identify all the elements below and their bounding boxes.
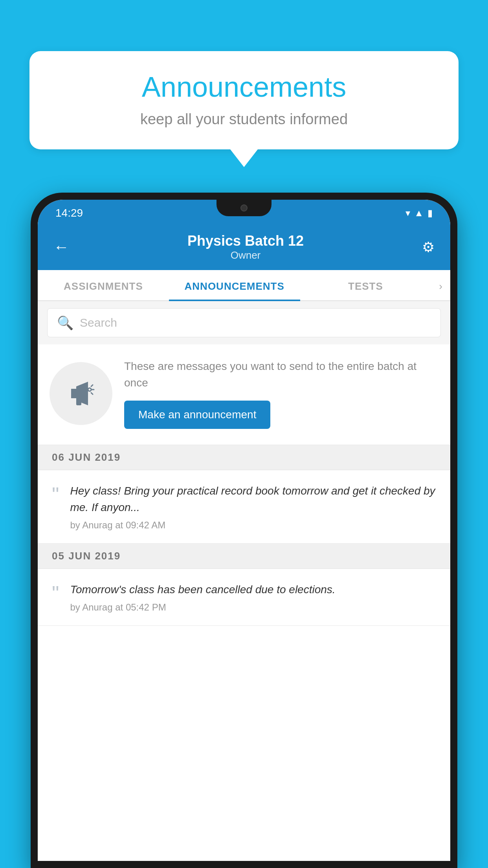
tab-tests[interactable]: TESTS [300, 270, 431, 300]
settings-icon[interactable]: ⚙ [422, 239, 435, 256]
batch-subtitle: Owner [69, 249, 422, 261]
announcement-meta-2: by Anurag at 05:42 PM [70, 602, 436, 613]
announcements-subtitle: keep all your students informed [53, 111, 435, 128]
search-input[interactable]: Search [80, 316, 117, 329]
tabs-container: ASSIGNMENTS ANNOUNCEMENTS TESTS › [38, 270, 450, 301]
back-button[interactable]: ← [53, 238, 69, 256]
batch-title: Physics Batch 12 [69, 233, 422, 249]
search-icon: 🔍 [57, 315, 73, 331]
date-separator-2: 05 JUN 2019 [38, 544, 450, 569]
signal-icon: ▲ [414, 208, 424, 219]
promo-icon-circle [50, 362, 112, 425]
speech-bubble-tail [230, 149, 258, 167]
svg-line-4 [91, 385, 93, 386]
wifi-icon: ▾ [405, 208, 410, 219]
announcements-title: Announcements [53, 71, 435, 103]
speech-bubble-container: Announcements keep all your students inf… [29, 51, 459, 167]
status-time: 14:29 [55, 207, 83, 219]
phone-frame: 14:29 ▾ ▲ ▮ ← Physics Batch 12 Owner ⚙ A… [31, 193, 457, 868]
svg-marker-0 [71, 389, 76, 398]
quote-icon-1: " [52, 484, 59, 505]
scroll-area[interactable]: 🔍 Search [38, 301, 450, 861]
announcement-content-1: Hey class! Bring your practical record b… [70, 483, 436, 531]
svg-rect-2 [76, 398, 81, 405]
announcement-meta-1: by Anurag at 09:42 AM [70, 520, 436, 531]
phone-screen: 14:29 ▾ ▲ ▮ ← Physics Batch 12 Owner ⚙ A… [38, 200, 450, 861]
search-bar[interactable]: 🔍 Search [47, 308, 441, 337]
app-bar-center: Physics Batch 12 Owner [69, 233, 422, 261]
status-icons: ▾ ▲ ▮ [405, 208, 433, 219]
quote-icon-2: " [52, 583, 59, 603]
promo-card: These are messages you want to send to t… [38, 344, 450, 445]
speech-bubble: Announcements keep all your students inf… [29, 51, 459, 149]
announcement-content-2: Tomorrow's class has been cancelled due … [70, 581, 436, 613]
announcement-item-1: " Hey class! Bring your practical record… [38, 470, 450, 544]
promo-description: These are messages you want to send to t… [124, 358, 438, 391]
svg-line-6 [91, 393, 93, 394]
notch [216, 200, 272, 216]
megaphone-icon [65, 378, 97, 409]
search-container: 🔍 Search [38, 301, 450, 344]
announcement-text-2: Tomorrow's class has been cancelled due … [70, 581, 436, 598]
status-bar: 14:29 ▾ ▲ ▮ [38, 200, 450, 225]
announcement-text-1: Hey class! Bring your practical record b… [70, 483, 436, 516]
svg-point-3 [88, 388, 91, 391]
promo-content: These are messages you want to send to t… [124, 358, 438, 429]
date-separator-1: 06 JUN 2019 [38, 445, 450, 470]
make-announcement-button[interactable]: Make an announcement [124, 401, 270, 429]
battery-icon: ▮ [427, 208, 433, 219]
tab-assignments[interactable]: ASSIGNMENTS [38, 270, 169, 300]
tab-announcements[interactable]: ANNOUNCEMENTS [169, 270, 300, 300]
camera [240, 204, 248, 211]
app-bar: ← Physics Batch 12 Owner ⚙ [38, 225, 450, 270]
announcement-item-2: " Tomorrow's class has been cancelled du… [38, 569, 450, 626]
tab-more[interactable]: › [431, 270, 450, 300]
